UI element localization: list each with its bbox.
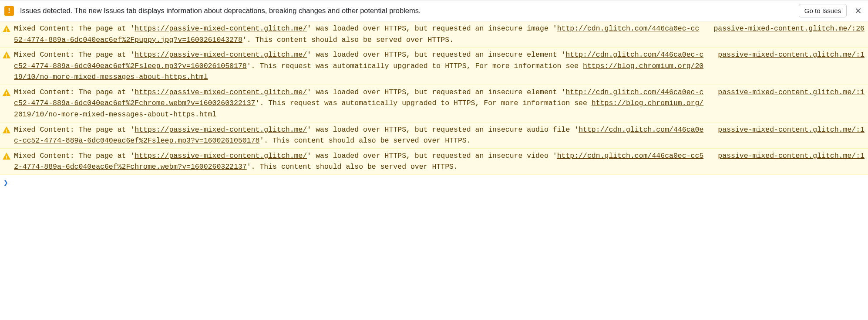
message-text: ' was loaded over HTTPS, but requested a…	[307, 24, 557, 33]
warning-icon	[3, 153, 10, 160]
console-warning-row: Mixed Content: The page at 'https://pass…	[0, 48, 868, 85]
console-warning-row: Mixed Content: The page at 'https://pass…	[0, 21, 868, 48]
console-message-list: Mixed Content: The page at 'https://pass…	[0, 21, 868, 175]
message-text: Mixed Content: The page at '	[14, 51, 135, 59]
message-body: Mixed Content: The page at 'https://pass…	[14, 150, 704, 173]
message-text: ' was loaded over HTTPS, but requested a…	[307, 152, 557, 160]
message-text: '. This content should also be served ov…	[247, 163, 458, 171]
source-location-link[interactable]: passive-mixed-content.glitch.me/:1	[718, 87, 865, 98]
message-text: '. This content should also be served ov…	[242, 36, 454, 44]
prompt-chevron-icon: ❯	[3, 179, 8, 187]
page-url-link[interactable]: https://passive-mixed-content.glitch.me/	[135, 24, 307, 33]
page-url-link[interactable]: https://passive-mixed-content.glitch.me/	[135, 152, 307, 160]
go-to-issues-button[interactable]: Go to Issues	[799, 4, 847, 17]
message-text: ' was loaded over HTTPS, but requested a…	[307, 126, 579, 134]
message-text: '. This request was automatically upgrad…	[247, 62, 583, 70]
message-text: Mixed Content: The page at '	[14, 152, 135, 160]
console-warning-row: Mixed Content: The page at 'https://pass…	[0, 149, 868, 175]
page-url-link[interactable]: https://passive-mixed-content.glitch.me/	[135, 126, 307, 134]
message-body: Mixed Content: The page at 'https://pass…	[14, 49, 704, 83]
source-location-link[interactable]: passive-mixed-content.glitch.me/:1	[718, 150, 865, 162]
issues-text: Issues detected. The new Issues tab disp…	[20, 7, 793, 15]
source-location-link[interactable]: passive-mixed-content.glitch.me/:26	[713, 23, 865, 34]
message-body: Mixed Content: The page at 'https://pass…	[14, 124, 704, 146]
source-location-link[interactable]: passive-mixed-content.glitch.me/:1	[718, 49, 865, 61]
message-text: Mixed Content: The page at '	[14, 24, 135, 33]
warning-icon	[3, 89, 10, 96]
message-text: '. This request was automatically upgrad…	[256, 99, 592, 107]
console-warning-row: Mixed Content: The page at 'https://pass…	[0, 85, 868, 123]
message-text: Mixed Content: The page at '	[14, 126, 135, 134]
source-location-link[interactable]: passive-mixed-content.glitch.me/:1	[718, 124, 865, 136]
message-text: Mixed Content: The page at '	[14, 88, 135, 96]
warning-icon	[3, 51, 10, 58]
message-body: Mixed Content: The page at 'https://pass…	[14, 23, 700, 45]
message-text: ' was loaded over HTTPS, but requested a…	[307, 51, 565, 59]
message-text: '. This content should also be served ov…	[259, 136, 471, 145]
message-text: ' was loaded over HTTPS, but requested a…	[307, 88, 565, 96]
page-url-link[interactable]: https://passive-mixed-content.glitch.me/	[135, 51, 307, 59]
issues-bar: ! Issues detected. The new Issues tab di…	[0, 0, 868, 21]
warning-icon	[3, 126, 10, 133]
console-warning-row: Mixed Content: The page at 'https://pass…	[0, 123, 868, 149]
issues-icon: !	[4, 6, 14, 16]
message-body: Mixed Content: The page at 'https://pass…	[14, 87, 704, 120]
close-icon[interactable]: ✕	[853, 7, 864, 15]
warning-icon	[3, 25, 10, 32]
console-prompt[interactable]: ❯	[0, 175, 868, 190]
page-url-link[interactable]: https://passive-mixed-content.glitch.me/	[135, 88, 307, 96]
